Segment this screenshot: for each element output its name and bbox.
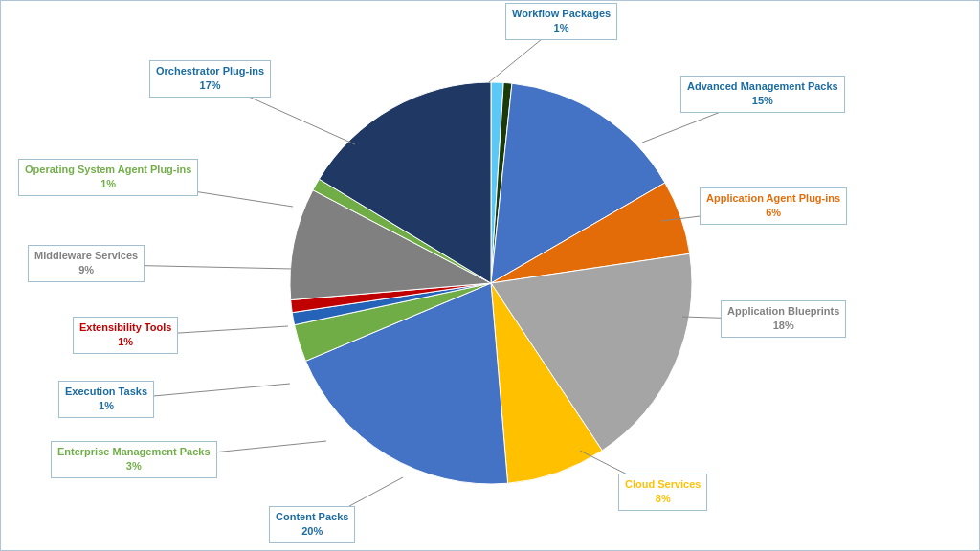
chart-label: Operating System Agent Plug-ins1% (18, 159, 198, 196)
chart-label: Advanced Management Packs15% (680, 76, 845, 113)
label-name-text: Cloud Services (625, 477, 701, 492)
label-name-text: Extensibility Tools (79, 320, 171, 335)
label-name-text: Application Blueprints (727, 304, 839, 319)
label-pct-text: 15% (687, 94, 838, 108)
chart-label: Cloud Services8% (618, 474, 707, 511)
label-name-text: Advanced Management Packs (687, 79, 838, 94)
chart-label: Workflow Packages1% (505, 3, 617, 40)
chart-label: Execution Tasks1% (58, 381, 154, 418)
label-pct-text: 1% (25, 177, 191, 191)
label-name-text: Middleware Services (34, 249, 138, 263)
chart-label: Orchestrator Plug-ins17% (149, 60, 271, 98)
chart-label: Enterprise Management Packs3% (51, 441, 217, 478)
label-pct-text: 18% (727, 319, 839, 333)
chart-container: Workflow Packages1%Advanced Management P… (0, 0, 980, 551)
label-pct-text: 20% (276, 524, 348, 539)
label-pct-text: 9% (34, 263, 138, 277)
chart-label: Extensibility Tools1% (73, 317, 178, 354)
label-name-text: Application Agent Plug-ins (706, 191, 840, 206)
label-pct-text: 1% (65, 399, 147, 413)
label-pct-text: 1% (79, 335, 171, 349)
label-name-text: Enterprise Management Packs (57, 445, 211, 459)
label-pct-text: 17% (156, 78, 264, 93)
label-pct-text: 6% (706, 206, 840, 220)
chart-label: Application Agent Plug-ins6% (700, 187, 847, 225)
chart-label: Application Blueprints18% (721, 300, 846, 338)
label-name-text: Content Packs (276, 510, 348, 524)
label-name-text: Orchestrator Plug-ins (156, 64, 264, 78)
label-pct-text: 8% (625, 492, 701, 506)
chart-label: Content Packs20% (269, 506, 355, 543)
label-name-text: Workflow Packages (512, 7, 611, 21)
label-pct-text: 3% (57, 459, 211, 474)
label-name-text: Operating System Agent Plug-ins (25, 163, 191, 177)
label-pct-text: 1% (512, 21, 611, 35)
chart-label: Middleware Services9% (28, 245, 145, 282)
label-name-text: Execution Tasks (65, 385, 147, 399)
